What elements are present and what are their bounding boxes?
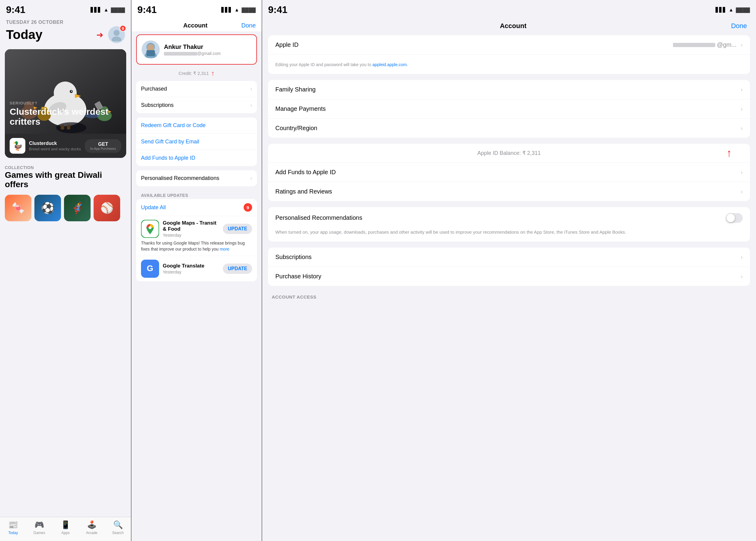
nav-bar-2: Account Done <box>131 18 262 31</box>
collection-section: COLLECTION Games with great Diwali offer… <box>0 161 131 191</box>
app-desc: Breed weird and wacky ducks <box>29 147 81 151</box>
update-all-label[interactable]: Update All <box>141 205 166 211</box>
arcade-tab-icon: 🕹️ <box>87 520 97 530</box>
done-button-2[interactable]: Done <box>241 22 256 29</box>
google-translate-name: Google Translate <box>163 263 219 269</box>
redeem-gift-row[interactable]: Redeem Gift Card or Code <box>136 118 257 134</box>
apple-id-row[interactable]: Apple ID @gm... › <box>268 35 750 55</box>
personalised-label-3: Personalised Recommendations <box>275 214 362 221</box>
personalised-row[interactable]: Personalised Recommendations › <box>136 170 257 186</box>
profile-name: Ankur Thakur <box>164 43 252 50</box>
subscriptions-row[interactable]: Subscriptions › <box>136 97 257 113</box>
status-icons-3: ▋▋▋ ▲ ▓▓▓▓ <box>716 7 750 13</box>
featured-bottom: 🦆 Clusterduck Breed weird and wacky duck… <box>5 134 126 158</box>
status-icons-1: ▋▋▋ ▲ ▓▓▓▓ <box>91 7 125 13</box>
tab-apps-label: Apps <box>61 531 69 535</box>
svg-point-1 <box>112 37 121 41</box>
tab-search[interactable]: 🔍 Search <box>105 520 131 535</box>
add-funds-row-2[interactable]: Add Funds to Apple ID <box>136 150 257 166</box>
profile-info: Ankur Thakur @gmail.com <box>164 43 252 56</box>
apple-id-section: Apple ID @gm... › Editing your Apple ID … <box>268 35 750 74</box>
battery-icon-2: ▓▓▓▓ <box>242 7 256 13</box>
battery-icon-3: ▓▓▓▓ <box>736 7 750 13</box>
today-header: TUESDAY 26 OCTOBER Today ➜ 9 <box>0 18 131 46</box>
balance-label: Apple ID Balance: ₹ 2,311 <box>477 150 541 156</box>
google-maps-name: Google Maps - Transit & Food <box>163 220 219 232</box>
avatar-container[interactable]: 9 <box>108 26 125 43</box>
country-region-row[interactable]: Country/Region › <box>268 119 750 138</box>
tab-games[interactable]: 🎮 Games <box>26 520 53 535</box>
google-translate-update-btn[interactable]: UPDATE <box>223 264 252 274</box>
apple-id-email-blur <box>673 43 715 47</box>
apps-tab-icon: 📱 <box>61 520 70 530</box>
game-thumb-3[interactable]: 🦸 <box>64 195 91 221</box>
status-time-1: 9:41 <box>6 4 25 15</box>
search-tab-icon: 🔍 <box>113 520 123 530</box>
apple-id-subtitle-row: Editing your Apple ID and password will … <box>268 55 750 74</box>
svg-rect-27 <box>146 50 155 56</box>
add-funds-row[interactable]: Add Funds to Apple ID › <box>268 163 750 182</box>
chevron-icon: › <box>250 102 252 108</box>
featured-image: SERIOUSLY? Clusterduck's weirdest critte… <box>5 49 126 134</box>
arrow-icon: ➜ <box>96 30 103 40</box>
avatar-badge: 9 <box>120 25 126 32</box>
purchased-row[interactable]: Purchased › <box>136 81 257 97</box>
family-sharing-label: Family Sharing <box>275 86 316 93</box>
wifi-icon-3: ▲ <box>729 7 734 13</box>
get-button[interactable]: GET In-App Purchases <box>85 139 121 153</box>
add-funds-label-2: Add Funds to Apple ID <box>141 155 195 161</box>
account-panel-right: 9:41 ▋▋▋ ▲ ▓▓▓▓ Account Done Apple ID @g… <box>262 0 756 541</box>
profile-email: @gmail.com <box>164 51 252 56</box>
game-thumb-1[interactable]: 🍬 <box>5 195 31 221</box>
personalised-toggle[interactable] <box>726 213 743 223</box>
page-title-today: Today <box>6 27 43 42</box>
subscriptions-label: Subscriptions <box>141 102 174 108</box>
chevron-icon-family: › <box>741 86 743 93</box>
update-badge: 9 <box>244 203 252 212</box>
tab-today[interactable]: 📰 Today <box>0 520 26 535</box>
subscriptions-row-3[interactable]: Subscriptions › <box>268 248 750 267</box>
chevron-icon-funds: › <box>741 169 743 176</box>
personalised-desc: When turned on, your app usage, download… <box>268 229 750 242</box>
signal-icon-2: ▋▋▋ <box>221 7 232 13</box>
panel3-content: Apple ID @gm... › Editing your Apple ID … <box>262 32 756 541</box>
google-maps-update-row: Google Maps - Transit & Food Yesterday U… <box>136 216 257 256</box>
google-translate-update-row: G Google Translate Yesterday UPDATE <box>136 256 257 281</box>
account-panel-middle: 9:41 ▋▋▋ ▲ ▓▓▓▓ Account Done Ankur Thaku… <box>131 0 262 541</box>
featured-card[interactable]: SERIOUSLY? Clusterduck's weirdest critte… <box>5 49 126 158</box>
family-sharing-row[interactable]: Family Sharing › <box>268 80 750 99</box>
tab-arcade-label: Arcade <box>86 531 98 535</box>
done-button-3[interactable]: Done <box>731 22 747 30</box>
subscriptions-label-3: Subscriptions <box>275 254 312 261</box>
google-maps-desc: Thanks for using Google Maps! This relea… <box>141 240 252 252</box>
add-funds-label: Add Funds to Apple ID <box>275 169 336 176</box>
svg-text:G: G <box>147 264 153 273</box>
google-maps-update-btn[interactable]: UPDATE <box>223 224 252 234</box>
tab-apps[interactable]: 📱 Apps <box>53 520 79 535</box>
ratings-reviews-row[interactable]: Ratings and Reviews › <box>268 182 750 201</box>
manage-payments-row[interactable]: Manage Payments › <box>268 99 750 119</box>
game-thumb-4[interactable]: ⚾ <box>94 195 120 221</box>
nav-title-3: Account <box>295 22 731 30</box>
signal-icon: ▋▋▋ <box>91 7 101 13</box>
purchase-history-row[interactable]: Purchase History › <box>268 267 750 286</box>
clusterduck-icon: 🦆 <box>10 138 25 154</box>
update-all-row: Update All 9 <box>136 199 257 216</box>
chevron-icon: › <box>250 175 252 182</box>
more-link[interactable]: more <box>220 247 230 252</box>
chevron-icon-ratings: › <box>741 188 743 195</box>
tab-arcade[interactable]: 🕹️ Arcade <box>79 520 105 535</box>
updates-header: AVAILABLE UPDATES <box>131 191 262 199</box>
family-section: Family Sharing › Manage Payments › Count… <box>268 80 750 138</box>
game-thumb-2[interactable]: ⚽ <box>34 195 61 221</box>
chevron-icon-3: › <box>741 41 743 48</box>
personalised-section-3: Personalised Recommendations When turned… <box>268 207 750 242</box>
tab-bar: 📰 Today 🎮 Games 📱 Apps 🕹️ Arcade 🔍 Searc… <box>0 517 131 541</box>
status-bar-3: 9:41 ▋▋▋ ▲ ▓▓▓▓ <box>262 0 756 18</box>
google-translate-info: Google Translate Yesterday <box>163 263 219 274</box>
google-maps-date: Yesterday <box>163 233 219 238</box>
personalised-section: Personalised Recommendations › <box>136 170 257 186</box>
profile-card[interactable]: Ankur Thakur @gmail.com <box>136 34 257 65</box>
send-gift-row[interactable]: Send Gift Card by Email <box>136 134 257 150</box>
email-blur <box>164 52 197 56</box>
